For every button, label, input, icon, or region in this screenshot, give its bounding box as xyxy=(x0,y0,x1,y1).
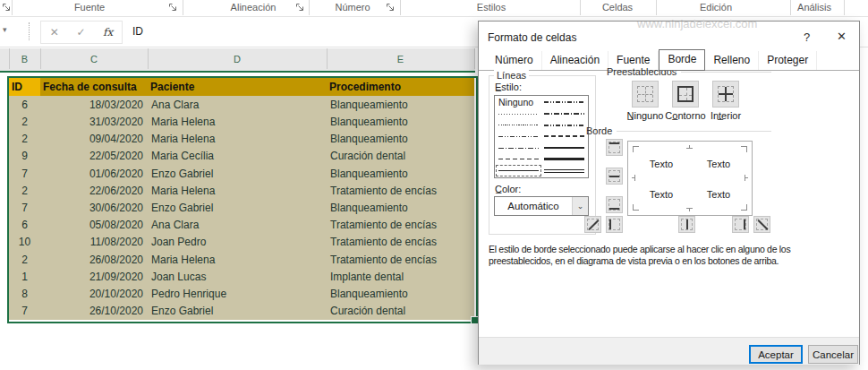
cell-procedimiento[interactable]: Blanqueamiento xyxy=(327,165,474,182)
cell-procedimiento[interactable]: Tratamiento de encías xyxy=(327,234,474,251)
tab-numero[interactable]: Número xyxy=(487,51,542,70)
cell-id[interactable]: 6 xyxy=(9,96,40,113)
cell-id[interactable]: 2 xyxy=(9,251,40,268)
cell-id[interactable]: 6 xyxy=(9,217,40,234)
cell-id[interactable]: 7 xyxy=(9,303,40,320)
line-style-dashdotdot[interactable] xyxy=(496,131,541,142)
cell-paciente[interactable]: Maria Helena xyxy=(148,251,327,268)
border-preview[interactable]: Texto Texto Texto Texto xyxy=(627,141,753,216)
close-icon[interactable]: ✕ xyxy=(837,30,847,43)
line-style-med-dashdot[interactable] xyxy=(541,119,587,131)
cell-paciente[interactable]: Maria Helena xyxy=(148,130,327,147)
cell-id[interactable]: 8 xyxy=(9,286,40,303)
cell-procedimiento[interactable]: Curación dental xyxy=(327,148,474,165)
cell-fecha[interactable]: 26/08/2020 xyxy=(40,251,148,268)
cancelar-button[interactable]: Cancelar xyxy=(808,345,858,364)
cell-id[interactable]: 2 xyxy=(9,182,40,199)
cell-fecha[interactable]: 31/03/2020 xyxy=(40,113,148,130)
cell-fecha[interactable]: 01/06/2020 xyxy=(40,165,148,182)
cell-paciente[interactable]: Enzo Gabriel xyxy=(148,199,327,216)
cell-paciente[interactable]: Joan Pedro xyxy=(148,234,327,251)
cell-fecha[interactable]: 11/08/2020 xyxy=(40,234,148,251)
cell-procedimiento[interactable]: Blanqueamiento xyxy=(327,286,474,303)
cell-fecha[interactable]: 20/10/2020 xyxy=(40,286,148,303)
border-top-button[interactable] xyxy=(606,139,623,156)
line-style-thin-selected[interactable] xyxy=(496,165,541,176)
aceptar-button[interactable]: Aceptar xyxy=(749,345,803,364)
cell-paciente[interactable]: Enzo Gabriel xyxy=(148,303,327,320)
cell-procedimiento[interactable]: Tratamiento de encías xyxy=(327,251,474,268)
help-icon[interactable]: ? xyxy=(804,30,810,44)
border-diagonal-up-button[interactable] xyxy=(584,216,601,233)
line-style-hairline[interactable] xyxy=(496,108,541,120)
border-right-button[interactable] xyxy=(732,216,749,233)
enter-icon[interactable]: ✓ xyxy=(76,26,85,39)
column-header-b[interactable]: B xyxy=(9,48,41,69)
header-procedimiento[interactable]: Procedimento xyxy=(327,78,474,96)
cell-paciente[interactable]: Maria Cecília xyxy=(148,148,327,165)
border-bottom-button[interactable] xyxy=(606,196,623,213)
cell-paciente[interactable]: Ana Clara xyxy=(148,217,327,234)
line-style-med-dashed[interactable] xyxy=(541,131,587,142)
cell-procedimiento[interactable]: Tratamiento de encías xyxy=(327,217,474,234)
cell-paciente[interactable]: Joan Lucas xyxy=(148,268,327,285)
cell-fecha[interactable]: 21/09/2020 xyxy=(40,268,148,285)
cell-id[interactable]: 7 xyxy=(9,165,40,182)
formula-bar-handle[interactable] xyxy=(29,22,30,40)
cell-procedimiento[interactable]: Tratamiento de encías xyxy=(327,182,474,199)
dialog-launcher-icon[interactable] xyxy=(2,3,12,13)
cell-procedimiento[interactable]: Blanqueamiento xyxy=(327,199,474,216)
cell-procedimiento[interactable]: Blanqueamiento xyxy=(327,130,474,147)
cell-procedimiento[interactable]: Implante dental xyxy=(327,268,474,285)
active-cell-id-header[interactable]: ID xyxy=(9,78,40,96)
cell-paciente[interactable]: Maria Helena xyxy=(148,182,327,199)
line-style-dashed[interactable] xyxy=(496,154,541,166)
line-style-none[interactable]: Ninguno xyxy=(496,97,541,108)
border-horizontal-middle-button[interactable] xyxy=(606,168,623,185)
color-dropdown[interactable]: Automático ⌄ xyxy=(494,196,589,216)
cell-fecha[interactable]: 22/05/2020 xyxy=(40,148,148,165)
line-style-thick[interactable] xyxy=(541,154,587,166)
border-diagonal-down-button[interactable] xyxy=(753,216,770,233)
cell-fecha[interactable]: 30/06/2020 xyxy=(40,199,148,216)
column-header-d[interactable]: D xyxy=(148,48,328,69)
cell-paciente[interactable]: Ana Clara xyxy=(148,96,327,113)
cell-procedimiento[interactable]: Curación dental xyxy=(327,303,474,320)
preset-contorno-button[interactable] xyxy=(672,81,699,108)
cell-id[interactable]: 2 xyxy=(9,130,40,147)
cell-procedimiento[interactable]: Blanqueamiento xyxy=(327,113,474,130)
line-style-dotted[interactable] xyxy=(496,119,541,131)
cell-id[interactable]: 9 xyxy=(9,148,40,165)
cell-procedimiento[interactable]: Blanqueamiento xyxy=(327,96,474,113)
line-style-dashdot[interactable] xyxy=(496,142,541,154)
cell-paciente[interactable]: Maria Helena xyxy=(148,113,327,130)
preset-interior-button[interactable] xyxy=(712,81,739,108)
cell-id[interactable]: 2 xyxy=(9,113,40,130)
formula-input[interactable]: ID xyxy=(125,21,472,42)
line-style-medium[interactable] xyxy=(541,142,587,154)
cell-id[interactable]: 1 xyxy=(9,268,40,285)
cell-fecha[interactable]: 22/06/2020 xyxy=(40,182,148,199)
cell-fecha[interactable]: 18/03/2020 xyxy=(40,96,148,113)
tab-alineacion[interactable]: Alineación xyxy=(542,51,608,70)
dialog-launcher-icon[interactable] xyxy=(168,3,178,13)
cancel-icon[interactable]: ✕ xyxy=(50,26,59,39)
border-left-button[interactable] xyxy=(606,216,623,233)
preset-ninguno-button[interactable] xyxy=(632,81,659,108)
column-header-c[interactable]: C xyxy=(40,48,149,69)
line-style-med-slantdash[interactable] xyxy=(541,108,587,120)
dialog-launcher-icon[interactable] xyxy=(386,3,396,13)
line-style-med-dashdotdot[interactable] xyxy=(541,97,587,108)
header-fecha[interactable]: Fecha de consulta xyxy=(40,78,148,96)
cell-fecha[interactable]: 09/04/2020 xyxy=(40,130,148,147)
insert-function-icon[interactable]: fx xyxy=(103,26,113,39)
cell-paciente[interactable]: Enzo Gabriel xyxy=(148,165,327,182)
header-paciente[interactable]: Paciente xyxy=(148,78,327,96)
border-vertical-middle-button[interactable] xyxy=(678,216,695,233)
cell-paciente[interactable]: Pedro Henrique xyxy=(148,286,327,303)
name-box-dropdown-icon[interactable]: ▾ xyxy=(3,25,7,34)
dialog-launcher-icon[interactable] xyxy=(295,3,305,13)
preset-interior-label[interactable]: Int̲erior xyxy=(699,110,753,121)
cell-fecha[interactable]: 05/08/2020 xyxy=(40,217,148,234)
tab-borde[interactable]: Borde xyxy=(659,49,705,71)
